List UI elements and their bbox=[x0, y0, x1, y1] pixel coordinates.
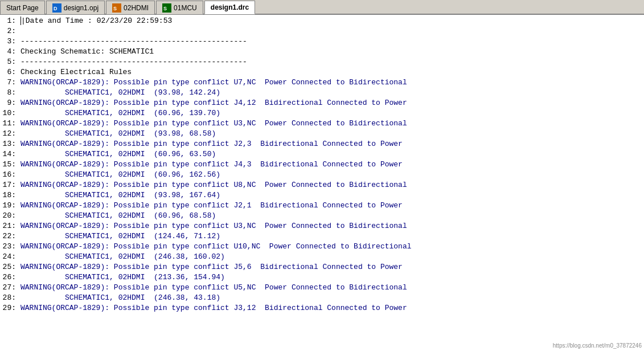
line-9: 9:WARNING(ORCAP-1829): Possible pin type… bbox=[0, 98, 644, 108]
tab-02hdmi[interactable]: S02HDMI bbox=[106, 1, 155, 14]
line-5: 5:--------------------------------------… bbox=[0, 57, 644, 67]
line-content-26: SCHEMATIC1, 02HDMI (213.36, 154.94) bbox=[18, 272, 225, 283]
line-number-7: 7: bbox=[0, 77, 18, 88]
line-number-28: 28: bbox=[0, 293, 18, 303]
line-content-11: WARNING(ORCAP-1829): Possible pin type c… bbox=[18, 119, 407, 129]
tab-design1-drc[interactable]: design1.drc bbox=[204, 1, 255, 14]
line-number-12: 12: bbox=[0, 129, 18, 139]
tab-design1-opj[interactable]: Ddesign1.opj bbox=[46, 1, 105, 14]
line-content-13: WARNING(ORCAP-1829): Possible pin type c… bbox=[18, 139, 403, 149]
line-number-22: 22: bbox=[0, 231, 18, 242]
line-1: 1:|Date and Time : 02/23/20 22:59:53 bbox=[0, 16, 644, 26]
line-22: 22: SCHEMATIC1, 02HDMI (124.46, 71.12) bbox=[0, 231, 644, 242]
line-17: 17:WARNING(ORCAP-1829): Possible pin typ… bbox=[0, 180, 644, 190]
line-number-19: 19: bbox=[0, 201, 18, 211]
line-number-3: 3: bbox=[0, 36, 18, 47]
line-number-16: 16: bbox=[0, 170, 18, 180]
line-content-19: WARNING(ORCAP-1829): Possible pin type c… bbox=[18, 201, 403, 211]
line-content-9: WARNING(ORCAP-1829): Possible pin type c… bbox=[18, 98, 407, 108]
line-number-29: 29: bbox=[0, 303, 18, 313]
design1-opj-icon: D bbox=[52, 3, 61, 13]
01mcu-label: 01MCU bbox=[174, 4, 197, 12]
line-18: 18: SCHEMATIC1, 02HDMI (93.98, 167.64) bbox=[0, 190, 644, 201]
line-number-27: 27: bbox=[0, 283, 18, 293]
line-content-29: WARNING(ORCAP-1829): Possible pin type c… bbox=[18, 303, 407, 313]
line-number-17: 17: bbox=[0, 180, 18, 190]
tab-start-page[interactable]: Start Page bbox=[0, 1, 45, 14]
line-2: 2: bbox=[0, 26, 644, 36]
line-content-2 bbox=[18, 26, 20, 36]
line-content-10: SCHEMATIC1, 02HDMI (60.96, 139.70) bbox=[18, 108, 220, 119]
line-content-23: WARNING(ORCAP-1829): Possible pin type c… bbox=[18, 242, 412, 252]
line-number-1: 1: bbox=[0, 16, 18, 26]
line-content-14: SCHEMATIC1, 02HDMI (60.96, 63.50) bbox=[18, 149, 216, 160]
line-content-3: ----------------------------------------… bbox=[18, 36, 247, 47]
line-29: 29:WARNING(ORCAP-1829): Possible pin typ… bbox=[0, 303, 644, 313]
watermark: https://blog.csdn.net/m0_37872246 bbox=[553, 342, 642, 349]
01mcu-icon: S bbox=[162, 3, 171, 13]
line-12: 12: SCHEMATIC1, 02HDMI (93.98, 68.58) bbox=[0, 129, 644, 139]
line-content-24: SCHEMATIC1, 02HDMI (246.38, 160.02) bbox=[18, 252, 225, 262]
line-number-10: 10: bbox=[0, 108, 18, 119]
line-26: 26: SCHEMATIC1, 02HDMI (213.36, 154.94) bbox=[0, 272, 644, 283]
start-page-label: Start Page bbox=[6, 4, 39, 12]
line-20: 20: SCHEMATIC1, 02HDMI (60.96, 68.58) bbox=[0, 211, 644, 221]
line-8: 8: SCHEMATIC1, 02HDMI (93.98, 142.24) bbox=[0, 88, 644, 98]
line-21: 21:WARNING(ORCAP-1829): Possible pin typ… bbox=[0, 221, 644, 231]
line-content-1: |Date and Time : 02/23/20 22:59:53 bbox=[18, 16, 172, 26]
line-number-14: 14: bbox=[0, 149, 18, 160]
line-number-23: 23: bbox=[0, 242, 18, 252]
line-content-5: ----------------------------------------… bbox=[18, 57, 247, 67]
line-number-20: 20: bbox=[0, 211, 18, 221]
line-content-8: SCHEMATIC1, 02HDMI (93.98, 142.24) bbox=[18, 88, 220, 98]
line-4: 4:Checking Schematic: SCHEMATIC1 bbox=[0, 47, 644, 57]
line-15: 15:WARNING(ORCAP-1829): Possible pin typ… bbox=[0, 160, 644, 170]
line-number-5: 5: bbox=[0, 57, 18, 67]
line-content-7: WARNING(ORCAP-1829): Possible pin type c… bbox=[18, 77, 407, 88]
line-10: 10: SCHEMATIC1, 02HDMI (60.96, 139.70) bbox=[0, 108, 644, 119]
tab-01mcu[interactable]: S01MCU bbox=[156, 1, 203, 14]
svg-text:S: S bbox=[163, 6, 167, 11]
line-content-12: SCHEMATIC1, 02HDMI (93.98, 68.58) bbox=[18, 129, 216, 139]
line-23: 23:WARNING(ORCAP-1829): Possible pin typ… bbox=[0, 242, 644, 252]
design1-drc-label: design1.drc bbox=[211, 3, 249, 11]
tab-bar: Start PageDdesign1.opjS02HDMIS01MCUdesig… bbox=[0, 0, 644, 15]
line-content-18: SCHEMATIC1, 02HDMI (93.98, 167.64) bbox=[18, 190, 220, 201]
line-number-11: 11: bbox=[0, 119, 18, 129]
content-area[interactable]: 1:|Date and Time : 02/23/20 22:59:532:3:… bbox=[0, 15, 644, 351]
line-number-24: 24: bbox=[0, 252, 18, 262]
line-number-4: 4: bbox=[0, 47, 18, 57]
line-7: 7:WARNING(ORCAP-1829): Possible pin type… bbox=[0, 77, 644, 88]
line-number-2: 2: bbox=[0, 26, 18, 36]
line-number-9: 9: bbox=[0, 98, 18, 108]
line-content-22: SCHEMATIC1, 02HDMI (124.46, 71.12) bbox=[18, 231, 220, 242]
line-content-25: WARNING(ORCAP-1829): Possible pin type c… bbox=[18, 262, 403, 272]
line-number-8: 8: bbox=[0, 88, 18, 98]
line-number-15: 15: bbox=[0, 160, 18, 170]
line-19: 19:WARNING(ORCAP-1829): Possible pin typ… bbox=[0, 201, 644, 211]
line-content-27: WARNING(ORCAP-1829): Possible pin type c… bbox=[18, 283, 407, 293]
line-25: 25:WARNING(ORCAP-1829): Possible pin typ… bbox=[0, 262, 644, 272]
line-content-15: WARNING(ORCAP-1829): Possible pin type c… bbox=[18, 160, 403, 170]
line-24: 24: SCHEMATIC1, 02HDMI (246.38, 160.02) bbox=[0, 252, 644, 262]
line-16: 16: SCHEMATIC1, 02HDMI (60.96, 162.56) bbox=[0, 170, 644, 180]
cursor: | bbox=[20, 17, 26, 25]
02hdmi-label: 02HDMI bbox=[124, 4, 149, 12]
line-content-20: SCHEMATIC1, 02HDMI (60.96, 68.58) bbox=[18, 211, 216, 221]
line-27: 27:WARNING(ORCAP-1829): Possible pin typ… bbox=[0, 283, 644, 293]
line-28: 28: SCHEMATIC1, 02HDMI (246.38, 43.18) bbox=[0, 293, 644, 303]
line-6: 6:Checking Electrical Rules bbox=[0, 67, 644, 77]
line-content-28: SCHEMATIC1, 02HDMI (246.38, 43.18) bbox=[18, 293, 220, 303]
line-number-13: 13: bbox=[0, 139, 18, 149]
line-number-6: 6: bbox=[0, 67, 18, 77]
design1-opj-label: design1.opj bbox=[64, 4, 99, 12]
02hdmi-icon: S bbox=[112, 3, 121, 13]
line-3: 3:--------------------------------------… bbox=[0, 36, 644, 47]
svg-text:D: D bbox=[54, 6, 58, 11]
line-content-16: SCHEMATIC1, 02HDMI (60.96, 162.56) bbox=[18, 170, 220, 180]
line-content-6: Checking Electrical Rules bbox=[18, 67, 132, 77]
line-11: 11:WARNING(ORCAP-1829): Possible pin typ… bbox=[0, 119, 644, 129]
line-content-4: Checking Schematic: SCHEMATIC1 bbox=[18, 47, 154, 57]
line-content-21: WARNING(ORCAP-1829): Possible pin type c… bbox=[18, 221, 407, 231]
line-number-26: 26: bbox=[0, 272, 18, 283]
